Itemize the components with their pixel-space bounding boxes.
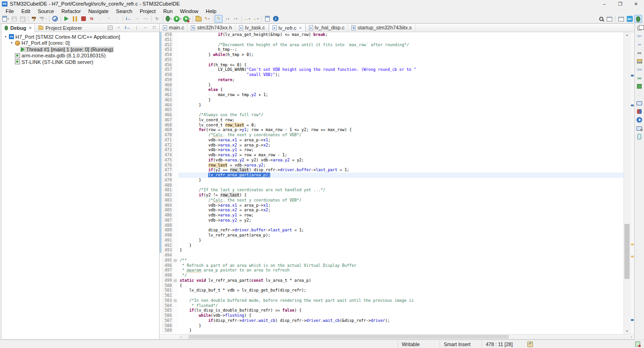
line-number[interactable]: 502 — [161, 293, 173, 298]
tree-node[interactable]: Thread #1 [main] 1 [core: 0] (Running) — [1, 46, 159, 53]
code-text[interactable]: * flushed*/ — [178, 303, 623, 308]
code-text[interactable]: return; — [178, 77, 623, 83]
scroll-right-icon[interactable]: › — [629, 335, 634, 339]
c-cpp-perspective-button[interactable] — [617, 15, 625, 23]
line-number[interactable]: 505 — [161, 308, 173, 313]
line-number[interactable]: 451 — [161, 37, 173, 42]
line-number[interactable]: 476 — [161, 163, 173, 168]
code-text[interactable]: static void lv_refr_area_part(const lv_a… — [178, 278, 623, 283]
code-line-458[interactable]: 458 "small VDB)"); — [160, 72, 623, 77]
code-line-462[interactable]: 462 max_row = tmp.y2 + 1; — [160, 92, 623, 97]
line-number[interactable]: 497 — [161, 268, 173, 273]
code-text[interactable]: } — [178, 238, 623, 243]
line-number[interactable]: 463 — [161, 97, 173, 103]
line-number[interactable]: 506 — [161, 313, 173, 318]
collapse-all-button[interactable] — [107, 25, 113, 31]
code-text[interactable]: else { — [178, 87, 623, 92]
tree-node[interactable]: ▾H7_Port.elf [cores: 0] — [1, 40, 159, 47]
code-line-506[interactable]: 506 while(vdb->flushing) { — [160, 313, 623, 318]
code-line-498[interactable]: 498 */ — [160, 273, 623, 278]
collapse-fold-icon[interactable] — [174, 279, 177, 282]
line-number[interactable]: 466 — [161, 112, 173, 118]
menu-run[interactable]: Run — [160, 7, 176, 14]
step-return-button[interactable]: ↑ — [113, 15, 121, 23]
code-text[interactable]: h_tmp--; — [178, 47, 623, 52]
line-number[interactable]: 483 — [161, 198, 173, 203]
overview-mark[interactable] — [631, 75, 634, 77]
code-text[interactable]: * @param area_p pointer to an area to re… — [178, 268, 623, 273]
overview-mark[interactable] — [631, 104, 634, 106]
code-line-477[interactable]: 477 if(y2 == row_last) disp_refr->driver… — [160, 167, 623, 173]
line-number[interactable]: 473 — [161, 147, 173, 153]
code-line-469[interactable]: 469 for(row = area_p->y1; row + max_row … — [160, 127, 623, 132]
line-number[interactable]: 465 — [161, 107, 173, 112]
code-text[interactable]: lv_coord_t row_last = 0; — [178, 123, 623, 128]
code-line-502[interactable]: 502 — [160, 293, 623, 298]
line-number[interactable]: 467 — [161, 118, 173, 123]
live-expressions-icon[interactable]: oo — [636, 75, 643, 81]
fold-ruler[interactable] — [173, 258, 178, 263]
code-line-474[interactable]: 474 vdb->area.y2 = row + max_row - 1; — [160, 153, 623, 158]
line-number[interactable]: 509 — [161, 328, 173, 333]
scroll-up-icon[interactable]: ▲ — [624, 32, 630, 38]
line-number[interactable]: 477 — [161, 167, 173, 173]
line-number[interactable]: 508 — [161, 323, 173, 328]
code-text[interactable]: vdb->area.y2 = y2; — [178, 218, 623, 223]
code-line-501[interactable]: 501 lv_disp_buf_t * vdb = lv_disp_get_bu… — [160, 288, 623, 293]
code-text[interactable]: vdb->area.y1 = row; — [178, 147, 623, 153]
resume-at-line-button[interactable]: ⇥ — [141, 15, 149, 23]
line-number[interactable]: 492 — [161, 243, 173, 248]
code-line-460[interactable]: 460 } — [160, 83, 623, 88]
line-number[interactable]: 503 — [161, 298, 173, 303]
line-number[interactable]: 495 — [161, 258, 173, 263]
editor-vertical-scrollbar[interactable]: ▲ ▼ — [623, 32, 630, 334]
line-number[interactable]: 499 — [161, 278, 173, 283]
overview-mark[interactable] — [631, 244, 634, 245]
code-line-497[interactable]: 497 * @param area_p pointer to an area t… — [160, 268, 623, 273]
menu-project[interactable]: Project — [136, 7, 159, 14]
build-button[interactable] — [30, 15, 38, 23]
scroll-down-icon[interactable]: ▼ — [624, 328, 630, 334]
code-line-504[interactable]: 504 * flushed*/ — [160, 303, 623, 308]
line-number[interactable]: 460 — [161, 83, 173, 88]
cubemx-perspective-button[interactable]: MX — [626, 15, 634, 23]
code-line-480[interactable]: 480 — [160, 183, 623, 188]
memory-browser-icon[interactable]: ∙∙∙∙ — [636, 91, 643, 98]
modules-icon[interactable] — [636, 83, 643, 90]
profile-button[interactable] — [182, 15, 191, 23]
suspend-button[interactable] — [71, 15, 79, 23]
overview-ruler[interactable] — [630, 32, 634, 334]
editor-tab-stm32h743xx-h[interactable]: hstm32h743xx.h — [188, 23, 236, 32]
code-text[interactable]: /*Calc. the next y coordinates of VDB*/ — [178, 132, 623, 138]
step-over-button[interactable]: ↷ — [105, 15, 112, 23]
view-menu-button[interactable]: ⋮ — [133, 25, 140, 31]
memory-icon[interactable]: 1010 — [636, 66, 643, 73]
mark-occurrences-button[interactable]: ✎ — [215, 15, 223, 23]
code-line-492[interactable]: 492 } — [160, 243, 623, 248]
line-number[interactable]: 500 — [161, 283, 173, 288]
line-number[interactable]: 480 — [161, 183, 173, 188]
code-line-464[interactable]: 464 } — [160, 103, 623, 108]
tip-icon[interactable] — [527, 341, 533, 347]
line-number[interactable]: 494 — [161, 253, 173, 258]
code-line-452[interactable]: 452 /*Decrement the height of the area u… — [160, 42, 623, 48]
code-text[interactable]: } — [178, 323, 623, 328]
code-text[interactable]: if(disp_refr->driver.wait_cb) disp_refr-… — [178, 318, 623, 323]
editor-tab-startup_stm32h743iitx-s[interactable]: Sstartup_stm32h743iitx.s — [348, 23, 415, 32]
code-line-508[interactable]: 508 } — [160, 323, 623, 328]
close-icon[interactable] — [29, 26, 31, 30]
code-line-453[interactable]: 453 h_tmp--; — [160, 47, 623, 52]
forward-button[interactable]: → — [252, 15, 259, 23]
restore-window-button[interactable]: ❐ — [612, 0, 628, 7]
line-number[interactable]: 488 — [161, 223, 173, 228]
tab-debug[interactable]: Debug — [1, 24, 35, 32]
expressions-icon[interactable]: oo — [636, 49, 643, 56]
restore-view-icon[interactable] — [636, 24, 643, 31]
code-line-495[interactable]: 495/** — [160, 258, 623, 263]
maximize-view-button[interactable]: □ — [151, 25, 158, 31]
close-window-button[interactable]: ✕ — [628, 0, 644, 7]
code-text[interactable]: lv_refr_area_part(area_p); — [178, 233, 623, 238]
code-text[interactable] — [178, 107, 623, 112]
code-line-478[interactable]: 478 lv_refr_area_part(area_p); — [160, 173, 623, 178]
scrollbar-thumb-horizontal[interactable] — [189, 335, 509, 339]
